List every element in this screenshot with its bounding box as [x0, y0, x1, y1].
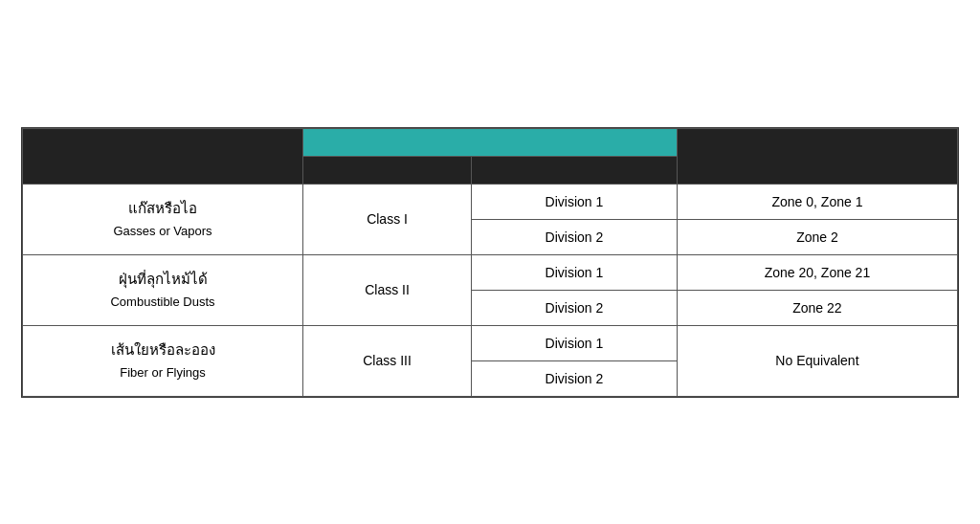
class-cell-2: Class III [303, 325, 472, 396]
header-zone [677, 128, 957, 184]
zone-cell-0-0: Zone 0, Zone 1 [677, 184, 957, 219]
header-class-sub [303, 156, 472, 184]
division-cell-1-0: Division 1 [471, 254, 677, 290]
division-cell-2-1: Division 2 [471, 360, 677, 396]
header-class-division [303, 128, 678, 156]
zone-cell-1-0: Zone 20, Zone 21 [677, 254, 957, 290]
zone-cell-1-1: Zone 22 [677, 290, 957, 325]
division-cell-1-1: Division 2 [471, 290, 677, 325]
hazmat-cell-1: ฝุ่นที่ลุกไหม้ได้Combustible Dusts [23, 254, 303, 325]
hazmat-table: แก๊สหรือไอGasses or VaporsClass IDivisio… [22, 128, 958, 397]
header-division-sub [471, 156, 677, 184]
division-cell-0-0: Division 1 [471, 184, 677, 219]
hazmat-cell-0: แก๊สหรือไอGasses or Vapors [23, 184, 303, 254]
division-cell-0-1: Division 2 [471, 219, 677, 254]
zone-cell-0-1: Zone 2 [677, 219, 957, 254]
main-table-wrapper: แก๊สหรือไอGasses or VaporsClass IDivisio… [21, 127, 959, 398]
header-hazmat [23, 128, 303, 184]
class-cell-0: Class I [303, 184, 472, 254]
hazmat-cell-2: เส้นใยหรือละอองFiber or Flyings [23, 325, 303, 396]
class-cell-1: Class II [303, 254, 472, 325]
division-cell-2-0: Division 1 [471, 325, 677, 360]
zone-cell-2-0: No Equivalent [677, 325, 957, 396]
